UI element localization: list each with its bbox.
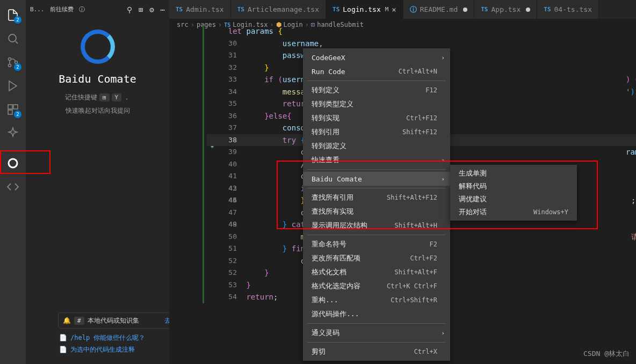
- doc-icon: 📄: [59, 344, 67, 355]
- submenu-chat[interactable]: 开始对话Windows+Y: [450, 206, 577, 219]
- submenu-optimize[interactable]: 调优建议: [450, 193, 577, 206]
- debug-icon[interactable]: [0, 75, 26, 97]
- gear-icon[interactable]: ⚙: [149, 5, 154, 14]
- files-icon[interactable]: 2: [0, 4, 26, 26]
- comate-logo: [81, 30, 115, 64]
- tab-app[interactable]: TSApp.tsx: [474, 0, 537, 19]
- menu-goto-def[interactable]: 转到定义F12: [303, 83, 450, 97]
- extensions-icon[interactable]: 2: [0, 99, 26, 120]
- hash-icon: #: [74, 317, 84, 325]
- sidebar-toolbar: ⚲ ⊞ ⚙ ⋯: [127, 5, 165, 14]
- files-badge: 2: [14, 16, 21, 24]
- doc-icon: 📄: [59, 332, 67, 344]
- menu-codegeex[interactable]: CodeGeeX›: [303, 50, 450, 64]
- menu-format-sel[interactable]: 格式化选定内容Ctrl+K Ctrl+F: [303, 279, 450, 293]
- submenu-explain[interactable]: 解释代码: [450, 180, 577, 193]
- ts-icon: TS: [544, 6, 551, 13]
- welcome-tip2: 快速唤起对话向我提问: [66, 106, 130, 115]
- more-icon[interactable]: ⋯: [161, 5, 165, 14]
- menu-goto-impl[interactable]: 转到实现Ctrl+F12: [303, 111, 450, 125]
- menu-format-doc[interactable]: 格式化文档Shift+Alt+F: [303, 265, 450, 279]
- watermark: CSDN @林太白: [583, 349, 630, 359]
- tab-readme[interactable]: ⓘREADME.md: [403, 0, 474, 19]
- menu-refactor[interactable]: 重构...Ctrl+Shift+R: [303, 293, 450, 307]
- menu-peek[interactable]: 快速查看›: [303, 153, 450, 167]
- tab-bar: TSAdmin.tsx TSArticlemanage.tsx TSLogin.…: [169, 0, 636, 19]
- svg-rect-4: [8, 105, 12, 109]
- comate-activity-icon[interactable]: [0, 152, 26, 174]
- ts-icon: TS: [333, 6, 339, 13]
- submenu-gentest[interactable]: 生成单测: [450, 167, 577, 180]
- scm-icon[interactable]: 2: [0, 52, 26, 73]
- suggestion-text: 本地代码或知识集: [88, 316, 139, 325]
- menu-rename[interactable]: 重命名符号F2: [303, 237, 450, 251]
- modified-badge: M: [385, 6, 389, 13]
- menu-runcode[interactable]: Run CodeCtrl+Alt+N: [303, 64, 450, 78]
- svg-point-1: [9, 58, 11, 61]
- tab-login[interactable]: TSLogin.tsxM×: [326, 0, 403, 19]
- hint-comment[interactable]: 📄为选中的代码生成注释: [59, 344, 145, 355]
- menu-source-actions[interactable]: 源代码操作...: [303, 307, 450, 321]
- dirty-dot: [463, 8, 467, 12]
- sidebar-body: Baidu Comate 记住快捷键 ⊞ Y ， 快速唤起对话向我提问: [26, 19, 169, 130]
- tip-suffix: ，: [124, 93, 130, 102]
- sidebar: B... 前往续费 ⓘ ⚲ ⊞ ⚙ ⋯ Baidu Comate 记住快捷键 ⊞…: [26, 0, 169, 364]
- tab-articlemanage[interactable]: TSArticlemanage.tsx: [231, 0, 326, 19]
- menu-tongyi[interactable]: 通义灵码›: [303, 326, 450, 340]
- code-icon[interactable]: [0, 176, 26, 198]
- menu-goto-ref[interactable]: 转到引用Shift+F12: [303, 125, 450, 139]
- tip-prefix: 记住快捷键: [65, 93, 97, 102]
- tab-admin[interactable]: TSAdmin.tsx: [169, 0, 231, 19]
- bell-icon: 🔔: [63, 317, 71, 324]
- ts-icon: TS: [237, 6, 244, 13]
- menu-find-impls[interactable]: 查找所有实现: [303, 205, 450, 219]
- grid-icon[interactable]: ⊞: [139, 5, 143, 14]
- person-icon[interactable]: ⚲: [127, 5, 132, 14]
- svg-rect-6: [8, 110, 12, 114]
- brand-title: Baidu Comate: [59, 72, 136, 85]
- tip-key1: ⊞: [99, 93, 110, 101]
- svg-point-2: [9, 64, 11, 67]
- svg-rect-5: [13, 105, 18, 109]
- tab-04ts[interactable]: TS04-ts.tsx: [537, 0, 599, 19]
- menu-find-refs[interactable]: 查找所有引用Shift+Alt+F12: [303, 191, 450, 205]
- menu-cut[interactable]: 剪切Ctrl+X: [303, 345, 450, 359]
- sidebar-renew-link[interactable]: 前往续费: [50, 5, 74, 13]
- welcome-tip1: 记住快捷键 ⊞ Y ，: [65, 93, 130, 102]
- sidebar-header: B... 前往续费 ⓘ ⚲ ⊞ ⚙ ⋯: [26, 0, 169, 19]
- hint-help[interactable]: 📄/help 你能做些什么呢？: [59, 332, 145, 344]
- scm-badge: 2: [14, 63, 21, 71]
- sparkle-icon[interactable]: [0, 122, 26, 144]
- context-menu: CodeGeeX› Run CodeCtrl+Alt+N 转到定义F12 转到类…: [303, 48, 450, 361]
- dirty-dot: [526, 8, 530, 12]
- menu-baidu-comate[interactable]: Baidu Comate›: [303, 172, 450, 186]
- menu-call-hierarchy[interactable]: 显示调用层次结构Shift+Alt+H: [303, 219, 450, 232]
- ext-badge: 2: [14, 111, 21, 118]
- ts-icon: TS: [176, 6, 183, 13]
- search-icon[interactable]: [0, 28, 26, 49]
- svg-point-7: [9, 159, 17, 168]
- info-icon: ⓘ: [410, 5, 417, 14]
- close-icon[interactable]: ×: [392, 5, 396, 14]
- hint-links: 📄/help 你能做些什么呢？ 📄为选中的代码生成注释: [59, 332, 145, 355]
- ts-icon: TS: [481, 6, 488, 13]
- activity-bar: 2 2 2: [0, 0, 26, 364]
- sidebar-title: B...: [30, 6, 45, 13]
- svg-point-0: [9, 34, 16, 42]
- menu-goto-typedef[interactable]: 转到类型定义: [303, 97, 450, 111]
- comate-submenu: 生成单测 解释代码 调优建议 开始对话Windows+Y: [450, 165, 577, 221]
- tip-key2: Y: [112, 93, 122, 101]
- menu-goto-srcdef[interactable]: 转到源定义: [303, 139, 450, 153]
- menu-change-all[interactable]: 更改所有匹配项Ctrl+F2: [303, 251, 450, 265]
